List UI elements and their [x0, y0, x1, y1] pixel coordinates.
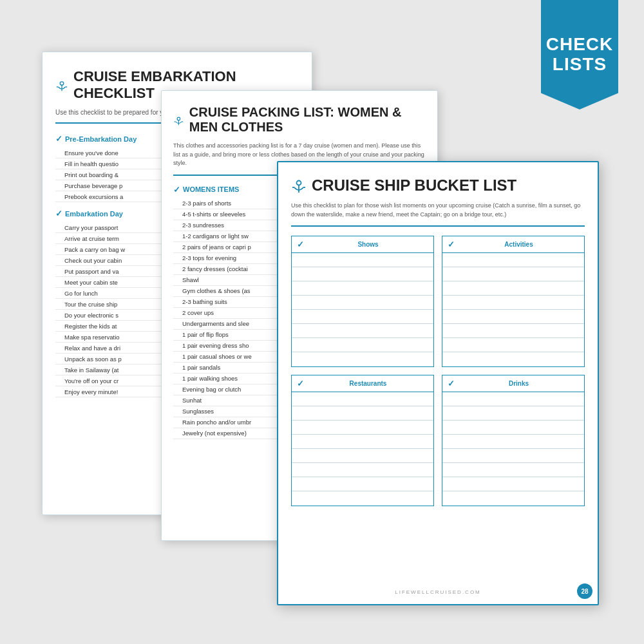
svg-point-4	[177, 117, 180, 120]
bucket-row	[442, 392, 584, 406]
bucket-row	[292, 267, 433, 281]
bucket-row	[292, 449, 433, 463]
bucket-row	[292, 463, 433, 477]
bucket-row	[442, 491, 584, 506]
check-icon-emb: ✓	[55, 209, 62, 218]
bucket-row	[292, 352, 433, 366]
activities-section: ✓ Activities	[442, 236, 585, 367]
restaurants-title: Restaurants	[308, 380, 428, 387]
bucket-row	[442, 449, 584, 463]
bucket-row	[292, 310, 433, 324]
restaurants-header: ✓ Restaurants	[292, 375, 433, 392]
footer-url: LIFEWELLCRUISED.COM	[278, 589, 598, 595]
drinks-header: ✓ Drinks	[442, 375, 584, 392]
packing-title: CRUISE PACKING LIST: WOMEN & MEN CLOTHES	[189, 105, 426, 135]
check-lists-banner: CHECKLISTS	[541, 0, 618, 109]
bucket-row	[292, 296, 433, 310]
shows-header: ✓ Shows	[292, 236, 433, 253]
bucket-row	[292, 338, 433, 352]
bucket-row	[442, 253, 584, 267]
bucket-row	[442, 310, 584, 324]
check-icon-restaurants: ✓	[297, 379, 304, 388]
bucket-row	[442, 324, 584, 338]
anchor-icon-embarkation	[55, 80, 68, 94]
bucket-row	[442, 406, 584, 421]
bucket-row	[442, 338, 584, 352]
anchor-icon-bucket	[291, 180, 307, 195]
bucket-row	[292, 435, 433, 449]
bucket-row	[442, 435, 584, 449]
svg-point-8	[297, 181, 301, 185]
check-icon-drinks: ✓	[448, 379, 455, 388]
bucket-row	[442, 267, 584, 281]
bucket-title: CRUISE SHIP BUCKET LIST	[312, 176, 516, 194]
check-icon-shows: ✓	[297, 240, 304, 249]
bucket-row	[442, 296, 584, 310]
bucket-row	[442, 281, 584, 296]
check-icon-womens: ✓	[173, 185, 180, 194]
bucket-row	[292, 253, 433, 267]
shows-title: Shows	[308, 241, 428, 248]
drinks-title: Drinks	[459, 380, 579, 387]
check-icon-activities: ✓	[448, 240, 455, 249]
svg-point-0	[60, 82, 63, 85]
bucket-grid: ✓ Shows ✓ Activities	[291, 236, 585, 506]
bucket-row	[442, 477, 584, 491]
shows-section: ✓ Shows	[291, 236, 434, 367]
bucket-row	[442, 352, 584, 366]
check-icon-pre: ✓	[55, 134, 62, 144]
bucket-row	[292, 406, 433, 421]
bucket-row	[292, 324, 433, 338]
bucket-row	[442, 421, 584, 435]
restaurants-section: ✓ Restaurants	[291, 375, 434, 506]
bucket-row	[292, 421, 433, 435]
activities-title: Activities	[459, 241, 579, 248]
bucket-row	[292, 491, 433, 506]
page-number: 28	[577, 583, 592, 599]
bucket-subtitle: Use this checklist to plan for those wis…	[291, 202, 585, 227]
banner-text: CHECKLISTS	[546, 35, 614, 75]
anchor-icon-packing	[173, 115, 184, 129]
bucket-row	[292, 392, 433, 406]
bucket-row	[442, 463, 584, 477]
activities-header: ✓ Activities	[442, 236, 584, 253]
bucket-row	[292, 477, 433, 491]
drinks-section: ✓ Drinks	[442, 375, 585, 506]
bucket-row	[292, 281, 433, 296]
bucket-list-page: CRUISE SHIP BUCKET LIST Use this checkli…	[277, 161, 599, 605]
